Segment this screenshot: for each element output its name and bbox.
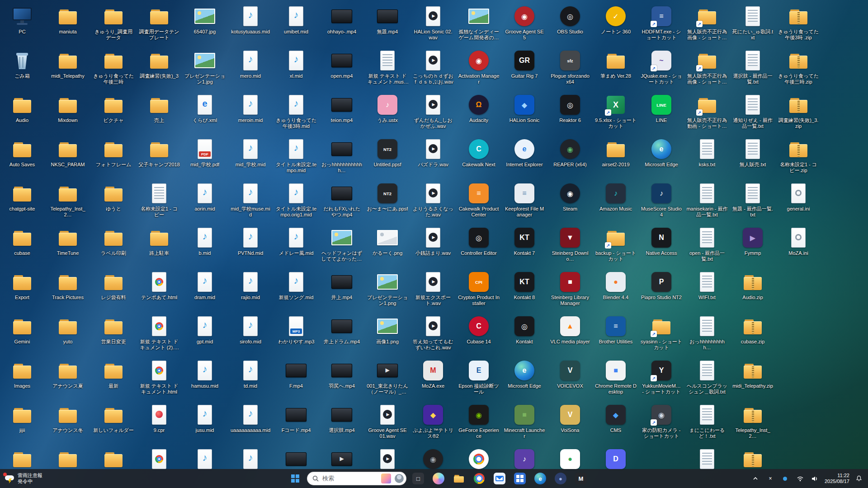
desktop-icon[interactable]: ♪きゅうり食ってた午後3時.mid <box>274 93 318 129</box>
desktop-icon[interactable]: ▶こっちのｈｄずおｆｄｓｂぶお.wav <box>411 49 455 85</box>
desktop-icon[interactable]: eくらび.xml <box>183 93 226 123</box>
desktop-icon[interactable]: ラベル印刷 <box>92 226 135 256</box>
desktop-icon[interactable]: ♪mid_学校.mid <box>229 137 272 168</box>
desktop-icon[interactable]: 新しいフォルダー <box>92 403 135 433</box>
desktop-icon[interactable]: レジ袋有料 <box>92 270 135 300</box>
desktop-icon[interactable]: ♪hamusu.mid <box>183 359 226 389</box>
desktop-icon[interactable]: sfzPlogue sforzando x64 <box>548 49 592 85</box>
desktop-icon[interactable]: ゆうと <box>92 182 135 212</box>
desktop-icon[interactable]: eMicrosoft Edge <box>503 359 546 389</box>
desktop-icon[interactable]: ♪aorin.mid <box>183 182 226 212</box>
desktop-icon[interactable]: Telepathy_Inst_2… <box>46 182 90 218</box>
desktop-icon[interactable]: ♪ <box>229 447 272 472</box>
desktop-icon[interactable]: 選択肢 - 親作品一覧.txt <box>731 49 774 85</box>
desktop-icon[interactable]: midi_Telepathy.zip <box>731 359 774 389</box>
desktop-icon[interactable]: 筆まめ Ver.28 <box>594 49 637 79</box>
desktop-icon[interactable]: F.mp4 <box>274 359 318 389</box>
desktop-icon[interactable]: 名称未設定1 - コピー <box>137 182 181 218</box>
desktop-icon[interactable]: PC <box>0 5 44 35</box>
desktop-icon[interactable]: LINELINE <box>640 93 683 123</box>
desktop-icon[interactable]: PPiapro Studio NT2 <box>640 270 683 300</box>
tray-x[interactable]: × <box>765 473 776 484</box>
desktop-icon[interactable]: ≡↗HDDFMT.exe - ショートカット <box>640 5 683 41</box>
desktop-icon[interactable]: ヘルスコンプラッシュン＿歌詞.txt <box>685 359 729 395</box>
taskbar-app-m[interactable]: M <box>572 470 590 487</box>
desktop-icon[interactable]: ♪gpt.mid <box>183 314 226 345</box>
desktop-icon[interactable]: 調査練習(失敗)_3 <box>137 49 181 79</box>
desktop-icon[interactable]: PDFmid_学校.pdf <box>183 137 226 168</box>
desktop-icon[interactable]: ♪新規ソング.mid <box>274 270 318 300</box>
desktop-icon[interactable] <box>92 447 135 472</box>
desktop-icon[interactable]: 無題 - 親作品一覧.txt <box>731 182 774 218</box>
desktop-icon[interactable]: ♪td.mid <box>229 359 272 389</box>
taskbar-edge[interactable]: e <box>532 470 549 487</box>
desktop-icon[interactable]: プレゼンテーション1.png <box>366 270 409 306</box>
desktop-icon[interactable]: ▶ずんだもん_しおかぜふ.wav <box>411 93 455 129</box>
desktop-icon[interactable]: だれもFXいれたやつ.mp4 <box>320 182 363 218</box>
desktop-icon[interactable]: ピクチャ <box>92 93 135 123</box>
desktop-icon[interactable]: おっhhhhhhhhhh… <box>685 314 729 351</box>
desktop-icon[interactable] <box>731 447 774 472</box>
desktop-icon[interactable]: open.mp4 <box>320 49 363 79</box>
desktop-icon[interactable]: 無題.mp4 <box>366 5 409 35</box>
desktop-icon[interactable]: ◉Groove Agent SE 5 <box>503 5 546 41</box>
desktop-icon[interactable]: KTKontakt 8 <box>503 270 546 300</box>
desktop-icon[interactable]: NT2Untitled.ppsf <box>366 137 409 168</box>
desktop-icon[interactable]: ▶HALion Sonic 02.wav <box>411 5 455 41</box>
desktop-icon[interactable]: きゅうり食ってた午後3時 .zip <box>777 5 820 41</box>
desktop-icon[interactable]: 最新 <box>92 359 135 389</box>
desktop-icon[interactable]: ≡Keepforest File Manager <box>503 182 546 218</box>
desktop-icon[interactable]: ◎Kontakt <box>503 314 546 345</box>
desktop-icon[interactable]: ↗syasinn - ショートカット <box>640 314 683 351</box>
taskbar-app-circle[interactable]: ● <box>552 470 569 487</box>
desktop-icon[interactable]: ●Blender 4.4 <box>594 270 637 300</box>
desktop-icon[interactable]: ΩAudacity <box>457 93 500 123</box>
desktop-icon[interactable]: 名称未設定1 - コピー.zip <box>777 137 820 174</box>
desktop-icon[interactable]: WIFI.txt <box>685 270 729 300</box>
desktop-icon[interactable]: TimeTune <box>46 226 90 256</box>
desktop-icon[interactable] <box>685 447 729 472</box>
desktop-icon[interactable]: VVoiSona <box>548 403 592 433</box>
desktop-icon[interactable]: ♪タイトル未設定.tempo.orig1.mid <box>274 182 318 218</box>
desktop-icon[interactable]: ◆CMS <box>594 403 637 433</box>
desktop-icon[interactable]: ♪Amazon Music <box>594 182 637 212</box>
desktop-icon[interactable]: まにこにわーるど！.txt <box>685 403 729 439</box>
desktop-icon[interactable]: ▶よりうるさくなった.wav <box>411 182 455 218</box>
desktop-icon[interactable]: ♪dram.mid <box>183 270 226 300</box>
desktop-icon[interactable]: きゅうり_調査用データ <box>92 5 135 41</box>
desktop-icon[interactable]: ◉↗家の防犯カメラ - ショートカット <box>640 403 683 439</box>
desktop-icon[interactable]: maniuta <box>46 5 90 35</box>
desktop-icon[interactable]: ■Steinberg Library Manager <box>548 270 592 306</box>
desktop-icon[interactable]: open - 親作品一覧.txt <box>685 226 729 262</box>
desktop-icon[interactable] <box>457 447 500 472</box>
desktop-icon[interactable]: VVOICEVOX <box>548 359 592 389</box>
start-button[interactable] <box>287 470 304 487</box>
desktop-icon[interactable]: ♪MuseScore Studio 4 <box>640 182 683 218</box>
desktop-icon[interactable]: Fコード.mp4 <box>274 403 318 433</box>
desktop-icon[interactable]: ≡Cakewalk Product Center <box>457 182 500 218</box>
desktop-icon[interactable]: ◎Reaktor 6 <box>548 93 592 123</box>
taskbar-chrome[interactable] <box>471 470 488 487</box>
desktop-icon[interactable] <box>0 447 44 472</box>
desktop-icon[interactable]: MMoZA.exe <box>411 359 455 389</box>
desktop-icon[interactable]: Telepathy_Inst_2… <box>731 403 774 439</box>
desktop-icon[interactable]: ≡Brother Utilities <box>594 314 637 345</box>
desktop-icon[interactable]: NNative Access <box>640 226 683 256</box>
desktop-icon[interactable]: Audio.zip <box>731 270 774 300</box>
desktop-icon[interactable]: Gemini <box>0 314 44 345</box>
desktop-icon[interactable]: ▶ <box>366 447 409 472</box>
desktop-icon[interactable]: Auto Saves <box>0 137 44 168</box>
desktop-icon[interactable]: NT2お〜ま〜にあ.ppsf <box>366 182 409 212</box>
desktop-icon[interactable]: GRGuitar Rig 7 <box>503 49 546 79</box>
desktop-icon[interactable]: 父子キャンプ2018 <box>137 137 181 168</box>
desktop-icon[interactable]: 羽尻へ.mp4 <box>320 359 363 389</box>
desktop-icon[interactable]: jijii <box>0 403 44 433</box>
desktop-icon[interactable]: ksks.txt <box>685 137 729 168</box>
desktop-icon[interactable]: ↗無人販売不正行為 画像 - ショートカッ… <box>685 5 729 41</box>
desktop-icon[interactable]: アナウンス夏 <box>46 359 90 389</box>
desktop-icon[interactable]: ◎OBS Studio <box>548 5 592 35</box>
desktop-icon[interactable]: アナウンス冬 <box>46 403 90 433</box>
desktop-icon[interactable]: D <box>594 447 637 472</box>
taskbar-task-view[interactable]: □ <box>410 470 427 487</box>
desktop-icon[interactable]: Audio <box>0 93 44 123</box>
